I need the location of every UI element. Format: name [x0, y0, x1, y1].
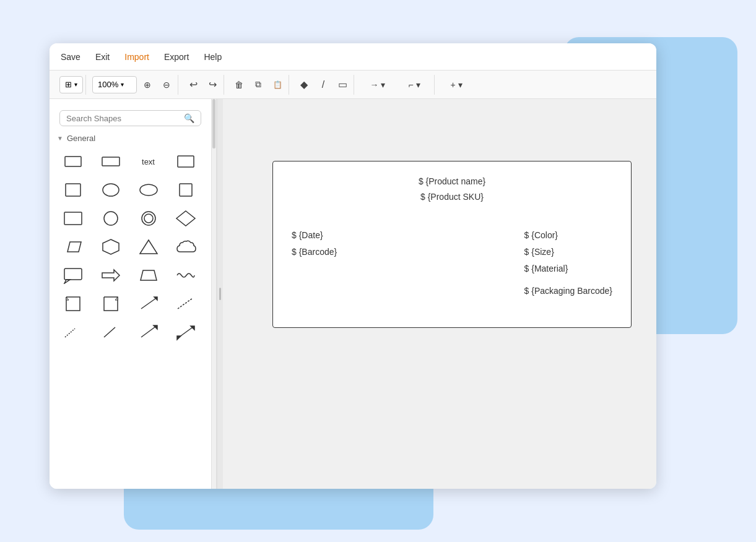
shape-ellipse-small[interactable]	[95, 178, 127, 202]
shape-arrow-diagonal[interactable]	[133, 320, 165, 345]
product-sku-field: $ {Product SKU}	[292, 189, 612, 205]
shapes-grid: text	[54, 149, 206, 345]
svg-rect-7	[64, 212, 82, 225]
paste-button[interactable]: 📋	[269, 76, 286, 93]
diagram-right: $ {Color} $ {Size} $ {Material} $ {Packa…	[524, 227, 612, 299]
product-name-field: $ {Product name}	[292, 174, 612, 189]
search-input[interactable]	[66, 114, 184, 123]
svg-rect-6	[180, 184, 192, 196]
svg-rect-3	[66, 184, 80, 196]
waypoint-button[interactable]: ⌐ ▾	[397, 76, 432, 93]
sidebar-scroll[interactable]: 🔍 ▼ General	[50, 99, 211, 489]
svg-rect-2	[178, 156, 194, 167]
svg-marker-14	[140, 240, 157, 254]
zoom-in-button[interactable]: ⊕	[139, 76, 156, 93]
material-field: $ {Material}	[524, 260, 612, 277]
search-box: 🔍	[59, 110, 201, 126]
svg-marker-13	[103, 239, 119, 254]
shape-rect-small[interactable]	[57, 149, 89, 174]
line-icon: /	[322, 79, 324, 90]
shape-ellipse-medium[interactable]	[133, 178, 165, 202]
connector-button[interactable]: → ▾	[360, 76, 395, 93]
shape-rect-outline[interactable]	[170, 149, 202, 174]
add-button[interactable]: + ▾	[441, 76, 472, 93]
svg-line-22	[65, 329, 75, 337]
diagram-left: $ {Date} $ {Barcode}	[292, 227, 337, 299]
menu-save[interactable]: Save	[59, 49, 82, 64]
zoom-value: 100%	[98, 80, 118, 89]
svg-marker-28	[177, 336, 181, 340]
shape-diamond[interactable]	[170, 206, 202, 231]
zoom-selector[interactable]: 100% ▾	[92, 76, 137, 93]
svg-marker-16	[64, 280, 70, 283]
collapse-handle[interactable]	[217, 99, 223, 489]
svg-line-24	[141, 327, 155, 337]
shape-text-label: text	[142, 157, 155, 166]
redo-icon: ↪	[209, 79, 217, 90]
section-chevron: ▼	[57, 135, 63, 142]
shape-page-curl-right[interactable]	[95, 291, 127, 316]
shape-circle[interactable]	[95, 206, 127, 231]
shape-text[interactable]: text	[133, 149, 165, 174]
shape-trapezoid[interactable]	[133, 263, 165, 288]
svg-line-23	[104, 327, 115, 337]
svg-marker-12	[67, 242, 81, 252]
diagram-header: $ {Product name} $ {Product SKU}	[292, 174, 612, 205]
menu-help[interactable]: Help	[202, 49, 223, 64]
zoom-out-button[interactable]: ⊖	[158, 76, 175, 93]
redo-button[interactable]: ↪	[204, 76, 221, 93]
search-icon: 🔍	[184, 113, 194, 123]
shape-arrow-double[interactable]	[170, 320, 202, 345]
line-button[interactable]: /	[315, 76, 332, 93]
app-window: Save Exit Import Export Help ⊞ ▾ 100% ▾ …	[50, 43, 656, 489]
toolbar-connector-group: → ▾ ⌐ ▾	[358, 75, 435, 95]
add-icon: + ▾	[450, 80, 462, 90]
shape-hexagon[interactable]	[95, 234, 127, 259]
canvas-area[interactable]: $ {Product name} $ {Product SKU} $ {Date…	[223, 99, 656, 489]
color-field: $ {Color}	[524, 227, 612, 244]
delete-icon: 🗑	[235, 80, 243, 90]
paste-icon: 📋	[273, 80, 282, 89]
size-field: $ {Size}	[524, 244, 612, 260]
main-content: 🔍 ▼ General	[50, 99, 656, 489]
rect-button[interactable]: ▭	[334, 76, 351, 93]
menu-import[interactable]: Import	[123, 49, 150, 64]
shape-page-curl-left[interactable]	[57, 291, 89, 316]
diagram-card[interactable]: $ {Product name} $ {Product SKU} $ {Date…	[272, 161, 632, 328]
diagram-body: $ {Date} $ {Barcode} $ {Color} $ {Size} …	[292, 227, 612, 299]
shape-rect-large[interactable]	[57, 206, 89, 231]
collapse-handle-indicator	[219, 288, 221, 300]
scrollbar-thumb	[212, 99, 215, 148]
toolbar-layout-group: ⊞ ▾	[57, 75, 86, 95]
svg-marker-18	[141, 270, 157, 280]
shape-rect-square[interactable]	[170, 178, 202, 202]
zoom-out-icon: ⊖	[163, 80, 170, 90]
shape-callout[interactable]	[57, 263, 89, 288]
shape-arrow-right[interactable]	[95, 263, 127, 288]
rect-icon: ▭	[338, 79, 347, 90]
shape-wave[interactable]	[170, 263, 202, 288]
toolbar-format-group: ◆ / ▭	[293, 75, 354, 95]
section-general: ▼ General	[54, 134, 206, 143]
shape-line-diagonal[interactable]	[133, 291, 165, 316]
shape-line-medium[interactable]	[95, 320, 127, 345]
shape-circle-double[interactable]	[133, 206, 165, 231]
fill-button[interactable]: ◆	[295, 76, 313, 93]
layout-selector[interactable]: ⊞ ▾	[59, 76, 83, 93]
shape-rect-medium[interactable]	[95, 149, 127, 174]
shape-cloud[interactable]	[170, 234, 202, 259]
layout-icon: ⊞	[65, 80, 72, 89]
sidebar-scrollbar[interactable]	[211, 99, 216, 489]
undo-button[interactable]: ↩	[185, 76, 202, 93]
shape-parallelogram[interactable]	[57, 234, 89, 259]
shape-line-short[interactable]	[57, 320, 89, 345]
layout-chevron: ▾	[74, 81, 77, 88]
menu-exit[interactable]: Exit	[94, 49, 111, 64]
menu-bar: Save Exit Import Export Help	[50, 43, 656, 71]
shape-line-dashed[interactable]	[170, 291, 202, 316]
shape-triangle[interactable]	[133, 234, 165, 259]
menu-export[interactable]: Export	[163, 49, 190, 64]
delete-button[interactable]: 🗑	[230, 76, 248, 93]
shape-rect-tall[interactable]	[57, 178, 89, 202]
copy-button[interactable]: ⧉	[250, 76, 267, 93]
